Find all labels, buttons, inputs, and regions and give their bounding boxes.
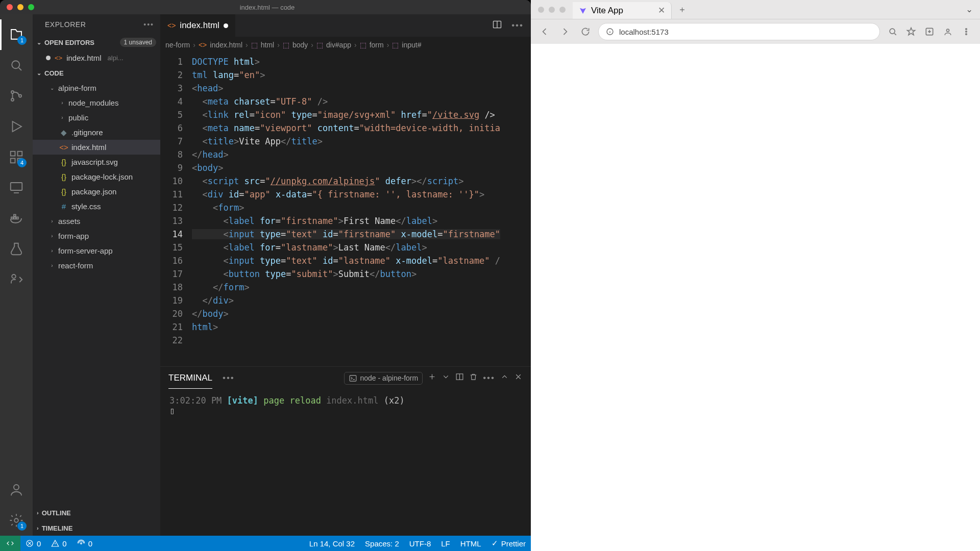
back-button[interactable] [537, 24, 552, 39]
minimize-window-button[interactable] [17, 4, 23, 10]
new-tab-button[interactable]: ＋ [672, 0, 693, 19]
status-remote-icon[interactable] [0, 536, 20, 551]
activity-testing-icon[interactable] [0, 234, 33, 264]
folder-item[interactable]: ›form-app [33, 229, 160, 243]
status-formatter[interactable]: ✓ Prettier [486, 539, 531, 548]
browser-window: Vite App ✕ ＋ ⌄ localhost:5173 [531, 0, 980, 551]
activity-scm-icon[interactable] [0, 81, 33, 111]
explorer-more-icon[interactable]: ••• [143, 20, 154, 29]
browser-tab-title: Vite App [591, 6, 623, 16]
folder-item[interactable]: ›assets [33, 214, 160, 229]
file-item[interactable]: # style.css [33, 199, 160, 214]
status-ln-col[interactable]: Ln 14, Col 32 [304, 539, 360, 548]
workspace-label[interactable]: CODE [44, 69, 64, 77]
timeline-label[interactable]: TIMELINE [42, 524, 73, 532]
file-item[interactable]: {} package-lock.json [33, 169, 160, 184]
split-editor-icon[interactable] [492, 19, 502, 32]
activity-docker-icon[interactable] [0, 203, 33, 234]
reload-button[interactable] [578, 24, 593, 39]
status-errors[interactable]: 0 [20, 539, 46, 548]
settings-badge: 1 [17, 521, 27, 531]
terminal-process[interactable]: node - alpine-form [344, 372, 423, 385]
activity-run-icon[interactable] [0, 111, 33, 142]
activity-remote-icon[interactable] [0, 172, 33, 203]
explorer-badge: 1 [17, 36, 27, 45]
status-spaces[interactable]: Spaces: 2 [360, 539, 404, 548]
folder-item[interactable]: ›public [33, 110, 160, 125]
close-window-button[interactable] [7, 4, 13, 10]
tab-name: index.html [180, 20, 219, 31]
open-editors-label[interactable]: OPEN EDITORS [44, 39, 94, 46]
editor-tab[interactable]: <> index.html [160, 14, 236, 37]
menu-icon[interactable] [959, 24, 974, 39]
svg-point-0 [12, 61, 19, 68]
outline-label[interactable]: OUTLINE [42, 509, 71, 517]
svg-rect-10 [14, 217, 16, 219]
open-editor-item[interactable]: <> index.html alpi... [33, 50, 160, 65]
explorer-title: EXPLORER [45, 20, 86, 29]
activity-search-icon[interactable] [0, 50, 33, 81]
editor-more-icon[interactable]: ••• [511, 20, 524, 31]
status-language[interactable]: HTML [455, 539, 486, 548]
window-title: index.html — code [34, 4, 531, 11]
terminal-output[interactable]: 3:02:20 PM [vite] page reload index.html… [160, 389, 531, 536]
browser-close-button[interactable] [538, 7, 544, 13]
tabs-overflow-icon[interactable]: ⌄ [959, 0, 980, 19]
activity-liveshare-icon[interactable] [0, 264, 33, 295]
svg-point-13 [12, 274, 16, 279]
folder-item[interactable]: ⌄alpine-form [33, 81, 160, 95]
svg-point-27 [966, 34, 967, 35]
url-input[interactable]: localhost:5173 [598, 23, 880, 40]
browser-zoom-button[interactable] [559, 7, 566, 13]
browser-tab[interactable]: Vite App ✕ [573, 2, 672, 19]
svg-rect-11 [16, 217, 18, 219]
terminal-add-icon[interactable] [428, 372, 436, 384]
svg-rect-9 [11, 217, 13, 219]
terminal-split-icon[interactable] [455, 372, 464, 384]
terminal-more-icon[interactable]: ••• [483, 373, 495, 383]
panel-tab-more-icon[interactable]: ••• [223, 373, 235, 383]
file-item[interactable]: {} package.json [33, 184, 160, 199]
panel-close-icon[interactable] [514, 372, 523, 384]
zoom-icon[interactable] [885, 24, 900, 39]
panel-tab-terminal[interactable]: TERMINAL [168, 368, 212, 389]
file-item[interactable]: ◆ .gitignore [33, 125, 160, 140]
activity-account-icon[interactable] [0, 474, 33, 505]
svg-point-15 [14, 518, 18, 522]
svg-point-25 [966, 29, 967, 30]
vite-favicon-icon [579, 7, 587, 15]
activity-extensions-icon[interactable]: 4 [0, 142, 33, 172]
install-app-icon[interactable] [922, 24, 937, 39]
file-item[interactable]: {} javascript.svg [33, 155, 160, 169]
panel: TERMINAL ••• node - alpine-form ••• [160, 366, 531, 536]
file-item[interactable]: <> index.html [33, 140, 160, 155]
breadcrumb[interactable]: ne-form› <>index.html› ⬚html› ⬚body› ⬚di… [160, 37, 531, 53]
terminal-dropdown-icon[interactable] [442, 372, 450, 384]
bookmark-icon[interactable] [903, 24, 919, 39]
browser-minimize-button[interactable] [549, 7, 555, 13]
status-warnings[interactable]: 0 [46, 539, 71, 548]
code-editor[interactable]: 12345678910111213141516171819202122 DOCT… [160, 53, 531, 363]
forward-button[interactable] [557, 24, 573, 39]
panel-maximize-icon[interactable] [500, 372, 509, 384]
modified-dot-icon [46, 56, 51, 60]
activity-explorer-icon[interactable]: 1 [0, 19, 33, 50]
zoom-window-button[interactable] [28, 4, 34, 10]
activity-settings-icon[interactable]: 1 [0, 505, 33, 536]
file-tree: ⌄alpine-form›node_modules›public◆ .gitig… [33, 81, 160, 273]
status-eol[interactable]: LF [436, 539, 455, 548]
svg-rect-8 [11, 183, 22, 190]
status-ports[interactable]: 0 [72, 539, 97, 548]
svg-point-24 [947, 29, 949, 32]
status-encoding[interactable]: UTF-8 [404, 539, 436, 548]
terminal-kill-icon[interactable] [469, 372, 478, 384]
folder-item[interactable]: ›form-server-app [33, 243, 160, 258]
tab-close-icon[interactable]: ✕ [658, 5, 665, 16]
folder-item[interactable]: ›react-form [33, 258, 160, 273]
profile-icon[interactable] [940, 24, 955, 39]
folder-item[interactable]: ›node_modules [33, 95, 160, 110]
svg-point-1 [11, 91, 14, 93]
browser-viewport[interactable] [531, 44, 980, 551]
svg-rect-17 [350, 375, 356, 381]
site-info-icon[interactable] [606, 28, 614, 36]
